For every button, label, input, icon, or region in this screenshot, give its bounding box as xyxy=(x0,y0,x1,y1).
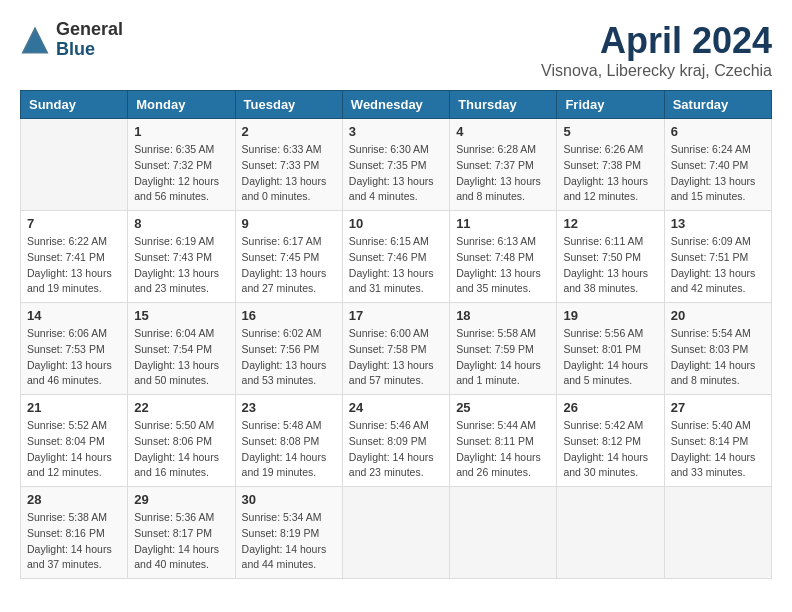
calendar-cell: 11Sunrise: 6:13 AM Sunset: 7:48 PM Dayli… xyxy=(450,211,557,303)
day-info: Sunrise: 5:34 AM Sunset: 8:19 PM Dayligh… xyxy=(242,510,336,573)
calendar-cell: 19Sunrise: 5:56 AM Sunset: 8:01 PM Dayli… xyxy=(557,303,664,395)
day-info: Sunrise: 6:02 AM Sunset: 7:56 PM Dayligh… xyxy=(242,326,336,389)
day-info: Sunrise: 6:06 AM Sunset: 7:53 PM Dayligh… xyxy=(27,326,121,389)
day-info: Sunrise: 6:30 AM Sunset: 7:35 PM Dayligh… xyxy=(349,142,443,205)
calendar-cell: 29Sunrise: 5:36 AM Sunset: 8:17 PM Dayli… xyxy=(128,487,235,579)
day-number: 28 xyxy=(27,492,121,507)
calendar-cell: 27Sunrise: 5:40 AM Sunset: 8:14 PM Dayli… xyxy=(664,395,771,487)
calendar-cell: 26Sunrise: 5:42 AM Sunset: 8:12 PM Dayli… xyxy=(557,395,664,487)
calendar-day-header: Wednesday xyxy=(342,91,449,119)
day-info: Sunrise: 6:22 AM Sunset: 7:41 PM Dayligh… xyxy=(27,234,121,297)
calendar-cell: 7Sunrise: 6:22 AM Sunset: 7:41 PM Daylig… xyxy=(21,211,128,303)
calendar-day-header: Saturday xyxy=(664,91,771,119)
day-number: 8 xyxy=(134,216,228,231)
day-info: Sunrise: 6:09 AM Sunset: 7:51 PM Dayligh… xyxy=(671,234,765,297)
calendar-cell xyxy=(21,119,128,211)
calendar-cell: 30Sunrise: 5:34 AM Sunset: 8:19 PM Dayli… xyxy=(235,487,342,579)
day-info: Sunrise: 5:52 AM Sunset: 8:04 PM Dayligh… xyxy=(27,418,121,481)
day-number: 19 xyxy=(563,308,657,323)
logo-general-label: General xyxy=(56,20,123,40)
calendar-week-row: 21Sunrise: 5:52 AM Sunset: 8:04 PM Dayli… xyxy=(21,395,772,487)
calendar-table: SundayMondayTuesdayWednesdayThursdayFrid… xyxy=(20,90,772,579)
calendar-cell: 15Sunrise: 6:04 AM Sunset: 7:54 PM Dayli… xyxy=(128,303,235,395)
day-info: Sunrise: 5:40 AM Sunset: 8:14 PM Dayligh… xyxy=(671,418,765,481)
day-info: Sunrise: 6:17 AM Sunset: 7:45 PM Dayligh… xyxy=(242,234,336,297)
day-number: 23 xyxy=(242,400,336,415)
calendar-cell: 5Sunrise: 6:26 AM Sunset: 7:38 PM Daylig… xyxy=(557,119,664,211)
day-number: 26 xyxy=(563,400,657,415)
day-info: Sunrise: 5:50 AM Sunset: 8:06 PM Dayligh… xyxy=(134,418,228,481)
day-info: Sunrise: 5:58 AM Sunset: 7:59 PM Dayligh… xyxy=(456,326,550,389)
day-number: 13 xyxy=(671,216,765,231)
calendar-cell: 21Sunrise: 5:52 AM Sunset: 8:04 PM Dayli… xyxy=(21,395,128,487)
day-number: 24 xyxy=(349,400,443,415)
day-info: Sunrise: 6:33 AM Sunset: 7:33 PM Dayligh… xyxy=(242,142,336,205)
page-header: General Blue April 2024 Visnova, Liberec… xyxy=(20,20,772,80)
day-number: 7 xyxy=(27,216,121,231)
calendar-cell: 18Sunrise: 5:58 AM Sunset: 7:59 PM Dayli… xyxy=(450,303,557,395)
day-info: Sunrise: 6:26 AM Sunset: 7:38 PM Dayligh… xyxy=(563,142,657,205)
logo-text: General Blue xyxy=(56,20,123,60)
calendar-cell: 10Sunrise: 6:15 AM Sunset: 7:46 PM Dayli… xyxy=(342,211,449,303)
svg-marker-1 xyxy=(24,31,47,52)
calendar-day-header: Thursday xyxy=(450,91,557,119)
calendar-cell: 3Sunrise: 6:30 AM Sunset: 7:35 PM Daylig… xyxy=(342,119,449,211)
calendar-cell: 6Sunrise: 6:24 AM Sunset: 7:40 PM Daylig… xyxy=(664,119,771,211)
day-number: 2 xyxy=(242,124,336,139)
day-info: Sunrise: 6:28 AM Sunset: 7:37 PM Dayligh… xyxy=(456,142,550,205)
day-number: 10 xyxy=(349,216,443,231)
day-info: Sunrise: 6:24 AM Sunset: 7:40 PM Dayligh… xyxy=(671,142,765,205)
logo-icon xyxy=(20,25,50,55)
day-number: 4 xyxy=(456,124,550,139)
day-number: 9 xyxy=(242,216,336,231)
day-info: Sunrise: 5:48 AM Sunset: 8:08 PM Dayligh… xyxy=(242,418,336,481)
day-info: Sunrise: 5:36 AM Sunset: 8:17 PM Dayligh… xyxy=(134,510,228,573)
day-number: 17 xyxy=(349,308,443,323)
calendar-header-row: SundayMondayTuesdayWednesdayThursdayFrid… xyxy=(21,91,772,119)
day-info: Sunrise: 5:56 AM Sunset: 8:01 PM Dayligh… xyxy=(563,326,657,389)
location-label: Visnova, Liberecky kraj, Czechia xyxy=(541,62,772,80)
day-number: 25 xyxy=(456,400,550,415)
calendar-cell: 8Sunrise: 6:19 AM Sunset: 7:43 PM Daylig… xyxy=(128,211,235,303)
day-info: Sunrise: 5:42 AM Sunset: 8:12 PM Dayligh… xyxy=(563,418,657,481)
calendar-cell: 17Sunrise: 6:00 AM Sunset: 7:58 PM Dayli… xyxy=(342,303,449,395)
calendar-cell: 22Sunrise: 5:50 AM Sunset: 8:06 PM Dayli… xyxy=(128,395,235,487)
day-info: Sunrise: 6:00 AM Sunset: 7:58 PM Dayligh… xyxy=(349,326,443,389)
day-info: Sunrise: 5:38 AM Sunset: 8:16 PM Dayligh… xyxy=(27,510,121,573)
day-number: 29 xyxy=(134,492,228,507)
calendar-cell: 9Sunrise: 6:17 AM Sunset: 7:45 PM Daylig… xyxy=(235,211,342,303)
calendar-cell xyxy=(450,487,557,579)
day-number: 27 xyxy=(671,400,765,415)
day-number: 14 xyxy=(27,308,121,323)
day-number: 22 xyxy=(134,400,228,415)
calendar-cell: 13Sunrise: 6:09 AM Sunset: 7:51 PM Dayli… xyxy=(664,211,771,303)
calendar-cell: 28Sunrise: 5:38 AM Sunset: 8:16 PM Dayli… xyxy=(21,487,128,579)
calendar-cell: 25Sunrise: 5:44 AM Sunset: 8:11 PM Dayli… xyxy=(450,395,557,487)
day-info: Sunrise: 6:15 AM Sunset: 7:46 PM Dayligh… xyxy=(349,234,443,297)
calendar-cell: 24Sunrise: 5:46 AM Sunset: 8:09 PM Dayli… xyxy=(342,395,449,487)
day-number: 11 xyxy=(456,216,550,231)
calendar-week-row: 28Sunrise: 5:38 AM Sunset: 8:16 PM Dayli… xyxy=(21,487,772,579)
day-number: 16 xyxy=(242,308,336,323)
calendar-cell: 12Sunrise: 6:11 AM Sunset: 7:50 PM Dayli… xyxy=(557,211,664,303)
calendar-cell: 23Sunrise: 5:48 AM Sunset: 8:08 PM Dayli… xyxy=(235,395,342,487)
calendar-cell xyxy=(557,487,664,579)
day-info: Sunrise: 5:46 AM Sunset: 8:09 PM Dayligh… xyxy=(349,418,443,481)
logo: General Blue xyxy=(20,20,123,60)
logo-blue-label: Blue xyxy=(56,40,123,60)
day-info: Sunrise: 5:44 AM Sunset: 8:11 PM Dayligh… xyxy=(456,418,550,481)
day-number: 12 xyxy=(563,216,657,231)
calendar-week-row: 14Sunrise: 6:06 AM Sunset: 7:53 PM Dayli… xyxy=(21,303,772,395)
day-info: Sunrise: 6:19 AM Sunset: 7:43 PM Dayligh… xyxy=(134,234,228,297)
calendar-cell: 16Sunrise: 6:02 AM Sunset: 7:56 PM Dayli… xyxy=(235,303,342,395)
calendar-cell xyxy=(342,487,449,579)
day-number: 1 xyxy=(134,124,228,139)
day-number: 3 xyxy=(349,124,443,139)
month-title: April 2024 xyxy=(541,20,772,62)
day-number: 5 xyxy=(563,124,657,139)
calendar-cell: 2Sunrise: 6:33 AM Sunset: 7:33 PM Daylig… xyxy=(235,119,342,211)
calendar-week-row: 1Sunrise: 6:35 AM Sunset: 7:32 PM Daylig… xyxy=(21,119,772,211)
calendar-day-header: Tuesday xyxy=(235,91,342,119)
day-number: 30 xyxy=(242,492,336,507)
calendar-cell: 1Sunrise: 6:35 AM Sunset: 7:32 PM Daylig… xyxy=(128,119,235,211)
